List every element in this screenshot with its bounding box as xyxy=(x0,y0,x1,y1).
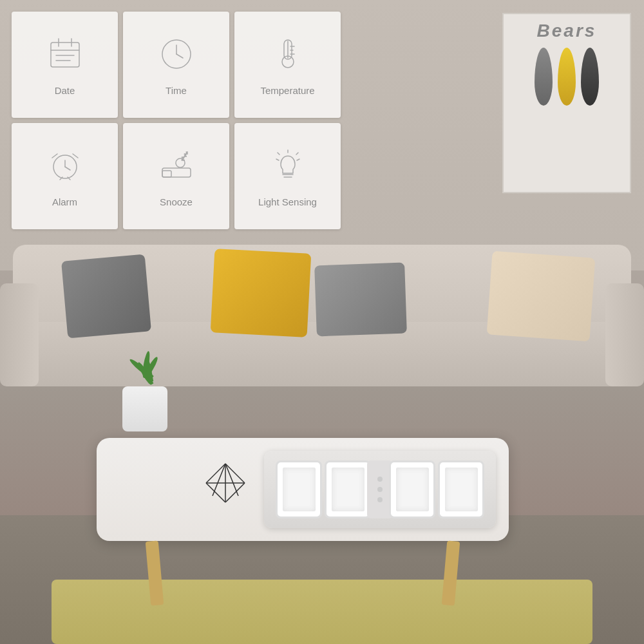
time-label: Time xyxy=(166,85,187,96)
feature-card-temperature[interactable]: Temperature xyxy=(234,12,341,118)
led-digit-2 xyxy=(325,460,371,518)
feathers-decoration xyxy=(535,48,599,106)
svg-line-35 xyxy=(225,483,245,502)
alarm-svg xyxy=(47,147,83,184)
pillow-gray-left xyxy=(61,254,151,339)
calendar-icon xyxy=(44,33,86,75)
feature-card-alarm[interactable]: Alarm xyxy=(12,123,118,229)
table-top xyxy=(97,438,509,541)
led-digit-inner-3 xyxy=(395,466,430,513)
snooze-label: Snooze xyxy=(160,196,193,207)
feather-1 xyxy=(535,48,553,106)
plant-pot xyxy=(122,386,167,431)
led-colon xyxy=(374,460,386,518)
svg-line-34 xyxy=(225,464,245,483)
alarm-label: Alarm xyxy=(52,196,77,207)
led-digit-inner-4 xyxy=(444,466,479,513)
table-leg-left xyxy=(146,540,164,605)
svg-line-17 xyxy=(52,154,57,158)
feature-card-light-sensing[interactable]: Light Sensing xyxy=(234,123,341,229)
svg-line-40 xyxy=(225,464,238,496)
diamond-decoration xyxy=(200,457,251,509)
artwork-title: Bears xyxy=(537,21,597,41)
feather-2 xyxy=(558,48,576,106)
snooze-svg: z z z xyxy=(158,147,194,184)
clock-svg xyxy=(158,36,194,72)
feature-cards-grid: Date Time Temperature xyxy=(12,12,341,229)
thermometer-icon xyxy=(267,33,308,75)
led-digit-1 xyxy=(276,460,322,518)
feature-card-date[interactable]: Date xyxy=(12,12,118,118)
svg-line-37 xyxy=(206,464,225,483)
led-digit-inner-2 xyxy=(330,466,366,513)
plant xyxy=(122,386,167,431)
led-clock xyxy=(264,451,496,528)
pillow-yellow xyxy=(211,249,312,337)
svg-line-8 xyxy=(176,54,183,58)
date-label: Date xyxy=(55,85,75,96)
lightbulb-svg xyxy=(270,147,306,184)
table-leg-right xyxy=(442,540,460,605)
thermometer-svg xyxy=(270,36,306,72)
diamond-svg xyxy=(200,457,251,509)
svg-rect-21 xyxy=(162,168,191,177)
svg-line-33 xyxy=(278,153,279,155)
svg-rect-22 xyxy=(162,171,171,177)
led-indicator-3 xyxy=(377,497,383,502)
led-indicator-2 xyxy=(377,487,383,492)
led-digit-3 xyxy=(389,460,435,518)
svg-line-41 xyxy=(213,464,225,496)
alarm-icon xyxy=(44,145,86,186)
light-sensing-label: Light Sensing xyxy=(258,196,317,207)
feature-card-snooze[interactable]: z z z Snooze xyxy=(123,123,229,229)
feather-3 xyxy=(581,48,599,106)
led-digit-4 xyxy=(438,460,484,518)
led-indicator-1 xyxy=(377,477,383,482)
svg-line-16 xyxy=(65,167,70,170)
svg-line-31 xyxy=(276,159,279,160)
svg-line-18 xyxy=(73,154,78,158)
pillow-gray-center xyxy=(314,263,407,337)
pillow-gray-right xyxy=(487,251,596,342)
temperature-label: Temperature xyxy=(260,85,314,96)
wall-artwork: Bears xyxy=(502,13,631,193)
plant-leaves xyxy=(126,341,164,393)
sofa-arm-right xyxy=(605,283,644,386)
coffee-table xyxy=(97,438,509,605)
svg-line-36 xyxy=(206,483,225,502)
snooze-icon: z z z xyxy=(156,145,197,186)
feature-card-time[interactable]: Time xyxy=(123,12,229,118)
clock-icon xyxy=(156,33,197,75)
svg-rect-0 xyxy=(51,43,79,67)
svg-line-32 xyxy=(296,153,298,155)
svg-line-30 xyxy=(297,159,299,160)
sofa xyxy=(0,245,644,425)
led-digit-inner-1 xyxy=(281,466,317,513)
sofa-arm-left xyxy=(0,283,39,386)
svg-text:z: z xyxy=(186,151,188,155)
lightbulb-icon xyxy=(267,145,308,186)
calendar-svg xyxy=(47,36,83,72)
